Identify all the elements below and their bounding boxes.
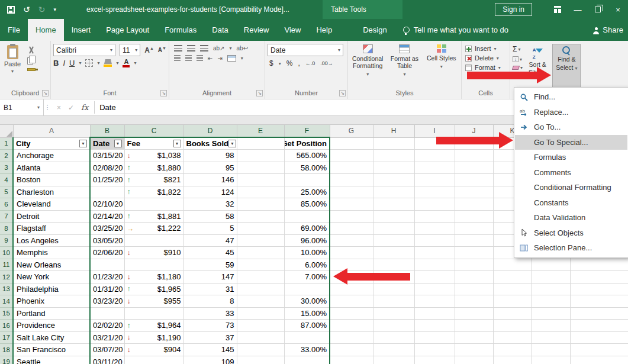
insert-function-icon[interactable]: fx xyxy=(81,103,88,112)
cell[interactable] xyxy=(532,331,570,344)
cell[interactable] xyxy=(570,331,628,344)
fill-button[interactable]: ↓▾ xyxy=(513,56,523,62)
menu-item-find[interactable]: Find... xyxy=(515,89,627,105)
cell[interactable] xyxy=(455,150,493,162)
row-header-6[interactable]: 6 xyxy=(0,198,13,211)
cell[interactable] xyxy=(124,307,183,320)
cell[interactable]: 03/07/20 xyxy=(90,344,124,356)
cell[interactable] xyxy=(414,356,455,364)
cell[interactable]: 01/31/20 xyxy=(90,283,124,295)
cell[interactable] xyxy=(373,223,414,235)
cell[interactable] xyxy=(414,198,455,211)
cell[interactable] xyxy=(373,320,414,332)
cell[interactable] xyxy=(373,137,414,150)
cell-C1[interactable]: Fee▼ xyxy=(124,137,183,150)
font-dialog-launcher-icon[interactable]: ↘ xyxy=(160,90,167,96)
cell[interactable]: ↑$1,964 xyxy=(124,320,183,332)
cell[interactable] xyxy=(373,198,414,211)
number-format-combo[interactable]: Date▾ xyxy=(268,44,343,56)
cell[interactable] xyxy=(493,271,532,284)
column-header-B[interactable]: B xyxy=(90,125,124,137)
cell[interactable] xyxy=(124,234,183,247)
cell[interactable] xyxy=(237,174,284,186)
cell[interactable]: Phoenix xyxy=(13,295,90,308)
cell[interactable] xyxy=(330,295,373,308)
formula-bar-handle[interactable]: ⋮ xyxy=(44,99,51,115)
name-box-dropdown-icon[interactable]: ▾ xyxy=(37,105,40,110)
cell[interactable]: 01/23/20 xyxy=(90,271,124,284)
cell[interactable] xyxy=(237,295,284,308)
close-button[interactable]: × xyxy=(608,0,628,19)
cell[interactable] xyxy=(284,283,330,295)
name-box[interactable]: B1 ▾ xyxy=(0,99,44,115)
cell[interactable]: 58 xyxy=(183,210,237,223)
tab-review[interactable]: Review xyxy=(236,19,277,41)
cell-B1[interactable]: Date▼ xyxy=(90,137,124,150)
tab-page-layout[interactable]: Page Layout xyxy=(98,19,157,41)
cell[interactable] xyxy=(237,283,284,295)
cell[interactable] xyxy=(532,259,570,271)
cell[interactable] xyxy=(455,162,493,174)
row-header-13[interactable]: 13 xyxy=(0,283,13,295)
comma-icon[interactable]: , xyxy=(298,59,299,67)
bottom-align-icon[interactable] xyxy=(200,45,208,51)
cell[interactable] xyxy=(330,344,373,356)
menu-item-selection-pane[interactable]: Selection Pane... xyxy=(515,240,627,256)
paste-dropdown-icon[interactable]: ▾ xyxy=(11,69,14,74)
number-dialog-launcher-icon[interactable]: ↘ xyxy=(339,90,346,96)
cell[interactable]: 01/25/20 xyxy=(90,174,124,186)
tell-me-box[interactable]: Tell me what you want to do xyxy=(403,19,508,41)
decrease-font-icon[interactable]: A▼ xyxy=(158,46,166,53)
cell[interactable]: ↓$904 xyxy=(124,344,183,356)
tab-home[interactable]: Home xyxy=(28,19,64,41)
tab-view[interactable]: View xyxy=(276,19,308,41)
cell[interactable] xyxy=(237,198,284,211)
cell[interactable] xyxy=(373,344,414,356)
menu-item-formulas[interactable]: Formulas xyxy=(515,150,627,165)
row-header-4[interactable]: 4 xyxy=(0,174,13,186)
row-header-17[interactable]: 17 xyxy=(0,331,13,344)
cell[interactable] xyxy=(90,307,124,320)
format-painter-icon[interactable] xyxy=(27,68,36,71)
cell[interactable]: 5 xyxy=(183,223,237,235)
cell[interactable]: 10.00% xyxy=(284,247,330,259)
cell[interactable] xyxy=(455,356,493,364)
filter-button-books[interactable]: ▼ xyxy=(228,140,236,147)
cell[interactable]: 7.00% xyxy=(284,271,330,284)
cell[interactable] xyxy=(570,283,628,295)
font-size-combo[interactable]: 11▾ xyxy=(120,44,140,56)
cell[interactable] xyxy=(330,234,373,247)
tab-file[interactable]: File xyxy=(0,19,28,41)
cell[interactable]: 37 xyxy=(183,331,237,344)
cell[interactable]: 85.00% xyxy=(284,198,330,211)
cell[interactable] xyxy=(237,247,284,259)
cell[interactable] xyxy=(330,283,373,295)
tab-insert[interactable]: Insert xyxy=(64,19,99,41)
cell[interactable] xyxy=(237,259,284,271)
cell[interactable]: ↑$1,880 xyxy=(124,162,183,174)
cancel-icon[interactable]: × xyxy=(57,104,61,112)
cell-styles-button[interactable]: Cell Styles ▾ xyxy=(424,43,459,89)
font-color-button[interactable]: A xyxy=(123,59,130,67)
cell[interactable]: 31 xyxy=(183,283,237,295)
cell-E1[interactable] xyxy=(237,137,284,150)
orientation-dropdown-icon[interactable]: ▾ xyxy=(230,46,232,51)
cell[interactable] xyxy=(455,344,493,356)
cell[interactable] xyxy=(455,307,493,320)
cell[interactable]: ↑$1,965 xyxy=(124,283,183,295)
cell[interactable]: Cleveland xyxy=(13,198,90,211)
middle-align-icon[interactable] xyxy=(187,45,195,51)
fill-color-dropdown-icon[interactable]: ▾ xyxy=(116,60,118,66)
cell[interactable] xyxy=(237,307,284,320)
cell[interactable] xyxy=(414,247,455,259)
cell[interactable]: Atlanta xyxy=(13,162,90,174)
cell[interactable] xyxy=(532,283,570,295)
cut-icon[interactable] xyxy=(27,46,35,54)
share-button[interactable]: Share xyxy=(593,19,623,41)
column-header-F[interactable]: F xyxy=(284,125,330,137)
filter-button-date[interactable]: ▼ xyxy=(114,140,122,147)
cell[interactable] xyxy=(493,356,532,364)
cell[interactable] xyxy=(414,162,455,174)
menu-item-data-validation[interactable]: Data Validation xyxy=(515,210,627,226)
cell-F1[interactable]: Get Position xyxy=(284,137,330,150)
